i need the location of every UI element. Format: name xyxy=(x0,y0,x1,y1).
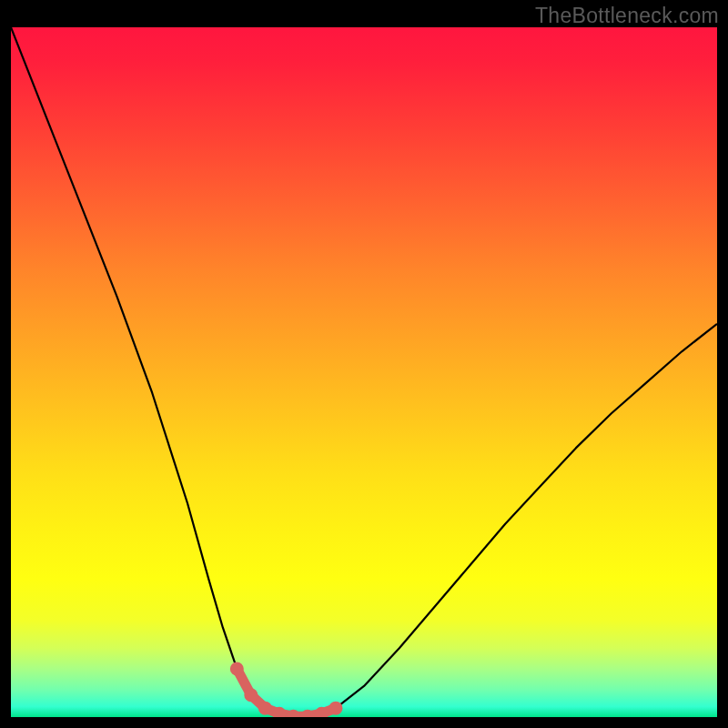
watermark-label: TheBottleneck.com xyxy=(535,4,719,28)
highlight-marker xyxy=(244,688,258,702)
highlight-marker xyxy=(230,662,244,675)
highlight-marker xyxy=(258,702,272,715)
highlight-marker xyxy=(329,702,342,715)
chart-svg xyxy=(11,27,717,717)
chart-frame: TheBottleneck.com xyxy=(0,0,728,728)
plot-area xyxy=(11,27,717,717)
gradient-background xyxy=(11,27,717,717)
